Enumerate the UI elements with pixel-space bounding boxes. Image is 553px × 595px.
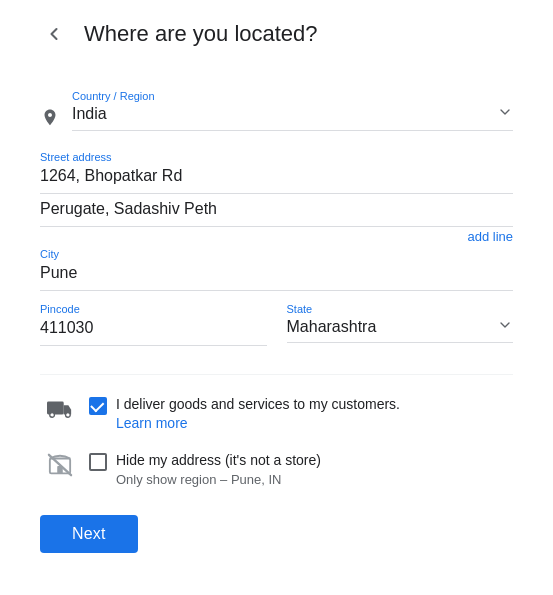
hide-main-text: Hide my address (it's not a store) (116, 451, 513, 471)
hide-address-option-row: Hide my address (it's not a store) Only … (40, 451, 513, 488)
learn-more-link[interactable]: Learn more (116, 415, 188, 431)
hide-sub-text: Only show region – Pune, IN (116, 472, 513, 487)
street-line2-input[interactable] (40, 198, 513, 220)
hide-option-text: Hide my address (it's not a store) Only … (116, 451, 513, 488)
no-store-icon (40, 453, 80, 477)
street-line1-input[interactable] (40, 165, 513, 187)
location-pin-icon (40, 90, 60, 135)
delivery-option-row: I deliver goods and services to my custo… (40, 395, 513, 431)
pincode-field-group: Pincode (40, 303, 267, 346)
next-button[interactable]: Next (40, 515, 138, 553)
svg-rect-0 (47, 402, 64, 415)
city-field-group: City (40, 248, 513, 291)
delivery-option-text: I deliver goods and services to my custo… (116, 395, 513, 431)
country-region-row: Country / Region India (40, 72, 513, 135)
state-value: Maharashtra (287, 318, 377, 336)
pincode-input[interactable] (40, 317, 267, 339)
hide-checkbox-container[interactable] (80, 453, 116, 471)
svg-point-2 (66, 413, 71, 418)
delivery-checkbox[interactable] (89, 397, 107, 415)
delivery-main-text: I deliver goods and services to my custo… (116, 396, 400, 412)
page-container: Where are you located? Country / Region … (0, 0, 553, 583)
pincode-label: Pincode (40, 303, 267, 315)
hide-checkbox[interactable] (89, 453, 107, 471)
street-address-group: Street address add line (40, 151, 513, 244)
state-chevron-icon (497, 317, 513, 336)
back-button[interactable] (40, 20, 68, 48)
chevron-down-icon (497, 104, 513, 124)
add-line-link[interactable]: add line (40, 229, 513, 244)
header: Where are you located? (40, 20, 513, 48)
location-form: Country / Region India Street address (40, 72, 513, 553)
state-label: State (287, 303, 514, 315)
city-label: City (40, 248, 513, 260)
country-select[interactable]: India (72, 104, 513, 131)
city-input[interactable] (40, 262, 513, 284)
page-title: Where are you located? (84, 21, 318, 47)
svg-rect-5 (57, 466, 63, 473)
truck-icon (40, 397, 80, 419)
street-label: Street address (40, 151, 513, 163)
pincode-state-row: Pincode State Maharashtra (40, 303, 513, 354)
country-label: Country / Region (72, 90, 513, 102)
country-value: India (72, 105, 107, 123)
svg-point-1 (50, 413, 55, 418)
section-divider (40, 374, 513, 375)
country-field-group: Country / Region India (72, 90, 513, 131)
state-select[interactable]: Maharashtra (287, 317, 514, 343)
delivery-checkbox-container[interactable] (80, 397, 116, 415)
state-field-group: State Maharashtra (287, 303, 514, 346)
